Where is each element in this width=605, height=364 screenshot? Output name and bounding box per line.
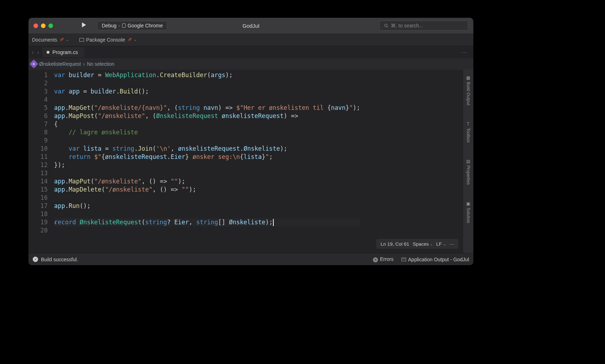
chevron-down-icon: ⌄ [134, 38, 137, 42]
breadcrumb[interactable]: C ØnskelisteRequest › No selection [28, 58, 473, 70]
csharp-record-icon: C [29, 59, 38, 68]
error-x-icon: ✕ [373, 257, 378, 262]
run-button[interactable] [81, 22, 86, 29]
chevron-right-icon: › [83, 61, 85, 67]
nav-back-button[interactable]: ‹ [31, 49, 35, 56]
code-editor[interactable]: 1234567891011121314151617181920 var buil… [28, 70, 463, 253]
crumb-member: No selection [87, 61, 114, 67]
search-placeholder: ⌘. to search... [391, 23, 423, 28]
errors-pad[interactable]: ✕Errors [373, 256, 394, 262]
chevron-down-icon: ⌄ [430, 242, 433, 246]
editor-status-bar: Ln 19, Col 61 Spaces⌄ LF⌄ — [376, 239, 458, 249]
browser-icon [122, 23, 126, 28]
maximize-icon[interactable] [48, 23, 53, 28]
editor-tabs: ‹ › Program.cs ··· [28, 46, 473, 58]
indent-selector[interactable]: Spaces⌄ [413, 241, 433, 247]
run-configuration-selector[interactable]: Debug › Google Chrome [97, 21, 167, 30]
build-status-text: Build successful. [41, 257, 78, 262]
edit-marker-icon: ✎ [54, 219, 57, 228]
window-title: GodJul [242, 23, 259, 29]
cursor-position[interactable]: Ln 19, Col 61 [380, 241, 409, 247]
close-icon[interactable] [33, 23, 38, 28]
eol-selector[interactable]: LF⌄ [436, 241, 446, 247]
search-icon [384, 23, 389, 28]
nav-forward-button[interactable]: › [36, 49, 41, 56]
chevron-down-icon: ⌄ [443, 242, 446, 246]
package-console-pad[interactable]: Package Console 📌 ⌄ [79, 37, 137, 43]
ide-window: Debug › Google Chrome GodJul ⌘. to searc… [28, 18, 473, 265]
target-name: Google Chrome [128, 23, 163, 28]
side-panel-solution[interactable]: ▣Solution [465, 198, 472, 226]
editor-area: 1234567891011121314151617181920 var buil… [28, 70, 473, 253]
chevron-down-icon: ⌄ [66, 38, 69, 42]
crumb-type: ØnskelisteRequest [39, 61, 81, 67]
documents-pad[interactable]: Documents 📌 ⌄ [32, 37, 69, 43]
success-check-icon: ✓ [33, 257, 38, 262]
search-input[interactable]: ⌘. to search... [379, 21, 468, 31]
tab-label: Program.cs [52, 49, 78, 55]
application-output-pad[interactable]: Application Output - GodJul [401, 257, 469, 262]
tab-overflow-button[interactable]: ··· [458, 49, 471, 55]
window-controls [33, 23, 53, 28]
output-icon [401, 258, 406, 261]
console-icon [79, 38, 84, 42]
dash-icon: — [449, 241, 454, 247]
svg-point-0 [385, 24, 387, 26]
panel-icon: ▤ [466, 159, 470, 164]
panel-icon: T [467, 122, 469, 127]
panel-icon: ▣ [466, 201, 470, 206]
chevron-right-icon: › [119, 24, 120, 28]
code-content[interactable]: var builder = WebApplication.CreateBuild… [54, 70, 360, 253]
pin-icon: 📌 [59, 38, 64, 42]
titlebar: Debug › Google Chrome GodJul ⌘. to searc… [28, 18, 473, 33]
modified-dot-icon [47, 51, 49, 54]
panel-icon: ▦ [466, 75, 470, 80]
side-panel-toolbox[interactable]: TToolbox [465, 119, 472, 145]
side-panel-properties[interactable]: ▤Properties [465, 156, 472, 188]
status-bar: ✓ Build successful. ✕Errors Application … [28, 253, 473, 265]
svg-line-1 [387, 26, 388, 27]
pin-icon: 📌 [127, 38, 132, 42]
side-panel-build-output[interactable]: ▦Build Output [465, 73, 472, 108]
minimize-icon[interactable] [41, 23, 46, 28]
tab-program-cs[interactable]: Program.cs [42, 47, 84, 57]
right-side-dock: ▦Build Output TToolbox ▤Properties ▣Solu… [463, 70, 473, 253]
config-name: Debug [102, 23, 116, 28]
line-gutter: 1234567891011121314151617181920 [28, 70, 54, 253]
tool-windows-bar: Documents 📌 ⌄ Package Console 📌 ⌄ [28, 33, 473, 46]
